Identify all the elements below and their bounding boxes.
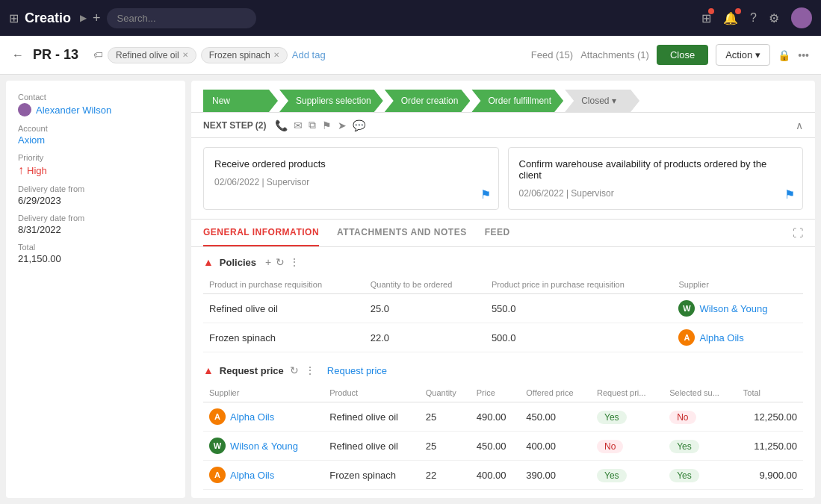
request-price-button[interactable]: Request price	[327, 365, 387, 376]
stage-order-creation[interactable]: Order creation	[385, 90, 471, 112]
policies-col-product: Product in purchase requisition	[203, 276, 365, 294]
tag-label: Frozen spinach	[209, 50, 270, 60]
rp-selected-supplier-badge: No	[663, 402, 737, 432]
policies-more-button[interactable]: ⋮	[289, 256, 300, 268]
request-price-refresh-button[interactable]: ↻	[290, 364, 299, 376]
tab-general-information[interactable]: GENERAL INFORMATION	[203, 220, 319, 246]
delivery-date-from-value: 6/29/2023	[18, 195, 173, 206]
step-card-title-1: Receive ordered products	[214, 158, 488, 169]
rp-price: 450.00	[471, 432, 521, 461]
left-panel: Contact Alexander Wilson Account Axiom P…	[6, 81, 185, 498]
next-step-label: NEXT STEP (2)	[203, 120, 266, 131]
selected-supplier-badge: No	[669, 411, 695, 424]
grid-icon[interactable]: ⊞	[9, 11, 19, 25]
rp-price: 400.00	[471, 461, 521, 490]
supplier-link[interactable]: A Alpha Oils	[209, 467, 317, 483]
tab-feed[interactable]: FEED	[485, 220, 510, 246]
stage-order-fulfillment[interactable]: Order fulfillment	[471, 90, 563, 112]
stage-bar: New Suppliers selection Order creation O…	[191, 81, 815, 112]
rp-request-price-badge: Yes	[591, 402, 663, 432]
collapse-button[interactable]: ∧	[796, 119, 803, 131]
more-options-icon[interactable]: •••	[798, 49, 809, 61]
selected-supplier-badge: Yes	[669, 469, 699, 482]
next-step-bar: NEXT STEP (2) 📞 ✉ ⧉ ⚑ ➤ 💬 ∧	[191, 112, 815, 138]
action-chevron-icon: ▾	[755, 49, 760, 60]
bell-icon[interactable]: 🔔	[723, 11, 738, 25]
policies-add-button[interactable]: +	[265, 256, 271, 268]
rp-col-price: Price	[471, 384, 521, 402]
add-button[interactable]: +	[93, 10, 101, 26]
phone-icon[interactable]: 📞	[275, 119, 288, 131]
copy-icon[interactable]: ⧉	[309, 119, 316, 131]
attachments-button[interactable]: Attachments (1)	[580, 49, 649, 60]
stage-suppliers-selection[interactable]: Suppliers selection	[279, 90, 383, 112]
tag-remove-icon[interactable]: ✕	[273, 51, 279, 59]
tag-remove-icon[interactable]: ✕	[182, 51, 188, 59]
chat-icon[interactable]: 💬	[353, 119, 365, 131]
help-icon[interactable]: ?	[750, 11, 757, 25]
right-panel: New Suppliers selection Order creation O…	[191, 81, 815, 498]
stage-new[interactable]: New	[203, 90, 278, 112]
feed-button[interactable]: Feed (15)	[531, 49, 573, 60]
play-icon[interactable]: ▶	[80, 13, 87, 23]
supplier-avatar: A	[209, 408, 226, 425]
user-avatar[interactable]	[791, 7, 812, 28]
apps-icon[interactable]: ⊞	[701, 11, 711, 25]
rp-selected-supplier-badge: Yes	[663, 432, 737, 461]
card-flag-icon-2[interactable]: ⚑	[784, 187, 795, 202]
search-input[interactable]	[107, 8, 256, 28]
table-row: A Alpha Oils Refined olive oil 25 490.00…	[203, 402, 803, 432]
step-card-1: Receive ordered products 02/06/2022 | Su…	[203, 147, 499, 210]
rp-col-supplier: Supplier	[203, 384, 323, 402]
rp-col-selected-supplier: Selected su...	[663, 384, 737, 402]
supplier-link[interactable]: W Wilson & Young	[209, 438, 317, 454]
step-card-title-2: Confirm warehouse availability of produc…	[519, 158, 793, 181]
card-flag-icon-1[interactable]: ⚑	[480, 187, 491, 202]
rp-col-offered-price: Offered price	[520, 384, 591, 402]
policies-col-supplier: Supplier	[672, 276, 803, 294]
add-tag-button[interactable]: Add tag	[292, 49, 326, 60]
tag-frozen-spinach[interactable]: Frozen spinach ✕	[201, 47, 288, 63]
rp-total: 11,250.00	[737, 432, 803, 461]
step-card-meta-1: 02/06/2022 | Supervisor	[214, 177, 488, 187]
table-row: W Wilson & Young Refined olive oil 25 45…	[203, 432, 803, 461]
policy-product: Refined olive oil	[203, 294, 365, 323]
email-icon[interactable]: ✉	[294, 119, 303, 131]
settings-icon[interactable]: ⚙	[769, 11, 779, 25]
request-price-more-button[interactable]: ⋮	[305, 364, 315, 376]
delivery-date-from2-label: Delivery date from	[18, 214, 173, 223]
stage-closed[interactable]: Closed ▾	[565, 90, 639, 112]
action-button[interactable]: Action ▾	[716, 44, 770, 66]
request-price-badge: Yes	[597, 469, 627, 482]
request-price-icon: ▲	[203, 364, 214, 376]
flag-icon[interactable]: ⚑	[322, 119, 332, 131]
table-row: A Alpha Oils Frozen spinach 22 400.00 39…	[203, 461, 803, 490]
back-button[interactable]: ←	[12, 49, 24, 62]
policies-refresh-button[interactable]: ↻	[276, 256, 285, 268]
supplier-link[interactable]: W Wilson & Young	[678, 300, 797, 317]
tag-refined-olive-oil[interactable]: Refined olive oil ✕	[108, 47, 196, 63]
request-price-title: Request price	[220, 365, 284, 376]
expand-button[interactable]: ⛶	[793, 220, 803, 246]
rp-offered-price: 450.00	[520, 402, 591, 432]
account-value[interactable]: Axiom	[18, 134, 173, 146]
request-price-badge: No	[597, 440, 623, 453]
policies-table: Product in purchase requisition Quantity…	[203, 276, 803, 352]
step-cards: Receive ordered products 02/06/2022 | Su…	[191, 138, 815, 220]
rp-quantity: 22	[420, 461, 471, 490]
close-button[interactable]: Close	[657, 45, 708, 65]
step-icons: 📞 ✉ ⧉ ⚑ ➤ 💬	[275, 119, 365, 131]
lock-icon[interactable]: 🔒	[778, 49, 790, 61]
tab-attachments-and-notes[interactable]: ATTACHMENTS AND NOTES	[337, 220, 467, 246]
supplier-link[interactable]: A Alpha Oils	[209, 408, 317, 425]
send-icon[interactable]: ➤	[338, 119, 347, 131]
rp-supplier: A Alpha Oils	[203, 402, 323, 432]
contact-value[interactable]: Alexander Wilson	[36, 105, 111, 116]
table-row: Refined olive oil 25.0 550.0 W Wilson & …	[203, 294, 803, 323]
supplier-link[interactable]: A Alpha Oils	[678, 329, 797, 346]
rp-col-product: Product	[323, 384, 420, 402]
policies-col-price: Product price in purchase requisition	[486, 276, 673, 294]
step-card-meta-2: 02/06/2022 | Supervisor	[519, 188, 793, 199]
rp-supplier: A Alpha Oils	[203, 461, 323, 490]
policies-section-header: ▲ Policies + ↻ ⋮	[203, 256, 803, 268]
